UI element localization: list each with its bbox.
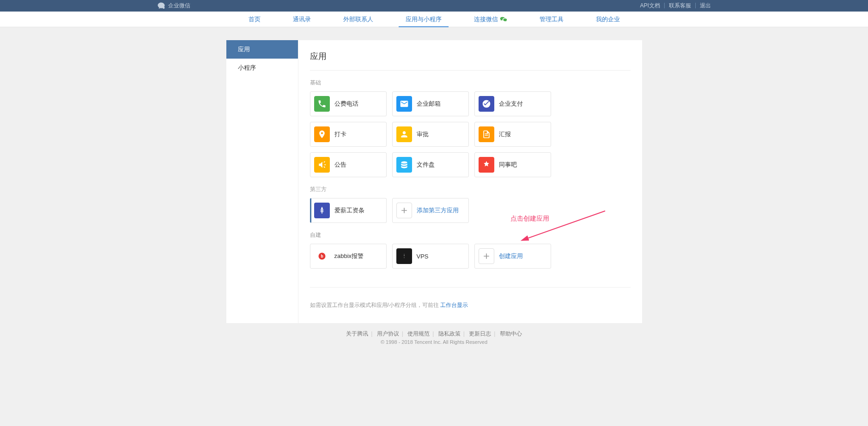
footer-agreement[interactable]: 用户协议 (377, 330, 399, 337)
checkin-icon (314, 126, 330, 142)
app-card-report[interactable]: 汇报 (474, 122, 551, 147)
brand-logo-icon (157, 2, 165, 10)
app-name: 打卡 (334, 130, 346, 138)
main-content: 应用 基础 公费电话 企业邮箱 企业支付 打卡 (298, 40, 642, 323)
nav-apps[interactable]: 应用与小程序 (389, 12, 458, 27)
footer-privacy[interactable]: 隐私政策 (438, 330, 461, 337)
create-app-button[interactable]: 创建应用 (474, 244, 551, 269)
sidebar: 应用 小程序 (226, 40, 298, 323)
app-card-approve[interactable]: 审批 (392, 122, 469, 147)
app-name: 汇报 (499, 130, 511, 138)
report-icon (479, 126, 494, 142)
app-name: 同事吧 (499, 161, 517, 169)
navbar: 首页 通讯录 外部联系人 应用与小程序 连接微信 管理工具 我的企业 (0, 12, 868, 27)
create-label: 创建应用 (499, 252, 523, 260)
sidebar-item-apps[interactable]: 应用 (226, 40, 298, 59)
mail-icon (396, 96, 412, 112)
section-self-label: 自建 (310, 231, 631, 239)
nav-contacts[interactable]: 通讯录 (277, 12, 327, 27)
copyright: © 1998 - 2018 Tencent Inc. All Rights Re… (0, 339, 868, 345)
svg-text:b: b (321, 254, 323, 258)
app-name: 公费电话 (334, 100, 358, 108)
sidebar-item-mini[interactable]: 小程序 (226, 59, 298, 77)
plus-icon (479, 248, 494, 264)
app-card-pay[interactable]: 企业支付 (474, 91, 551, 116)
svg-point-0 (163, 6, 165, 9)
nav-tools[interactable]: 管理工具 (523, 12, 580, 27)
add-label: 添加第三方应用 (417, 206, 459, 215)
app-card-drive[interactable]: 文件盘 (392, 152, 469, 177)
svg-point-5 (404, 258, 405, 258)
api-docs-link[interactable]: API文档 (640, 2, 660, 10)
app-card-zabbix[interactable]: b zabbix报警 (310, 244, 387, 269)
approve-icon (396, 126, 412, 142)
nav-company[interactable]: 我的企业 (580, 12, 636, 27)
svg-point-2 (401, 162, 407, 164)
app-name: 企业邮箱 (417, 100, 441, 108)
app-name: 企业支付 (499, 100, 523, 108)
app-card-mail[interactable]: 企业邮箱 (392, 91, 469, 116)
zabbix-icon: b (314, 248, 330, 264)
brand-text: 企业微信 (168, 2, 190, 10)
nav-connect[interactable]: 连接微信 (458, 12, 523, 27)
footer-about[interactable]: 关于腾讯 (346, 330, 368, 337)
app-card-payroll[interactable]: 爱薪工资条 (310, 198, 387, 223)
drive-icon (396, 157, 412, 173)
app-card-vps[interactable]: VPS (392, 244, 469, 269)
plus-icon (396, 203, 412, 218)
pay-icon (479, 96, 494, 112)
vps-icon (396, 248, 412, 264)
phone-icon (314, 96, 330, 112)
payroll-icon (314, 203, 330, 218)
nav-home[interactable]: 首页 (232, 12, 277, 27)
footer-links: 关于腾讯| 用户协议| 使用规范| 隐私政策| 更新日志| 帮助中心 (0, 330, 868, 338)
topbar: 企业微信 API文档 | 联系客服 | 退出 (0, 0, 868, 12)
footer-changelog[interactable]: 更新日志 (469, 330, 491, 337)
app-name: 公告 (334, 161, 346, 169)
colleague-icon (479, 157, 494, 173)
app-card-phone[interactable]: 公费电话 (310, 91, 387, 116)
nav-external[interactable]: 外部联系人 (327, 12, 389, 27)
contact-link[interactable]: 联系客服 (669, 2, 691, 10)
footer-help[interactable]: 帮助中心 (500, 330, 522, 337)
app-card-colleague[interactable]: 同事吧 (474, 152, 551, 177)
app-name: zabbix报警 (334, 252, 364, 260)
app-name: 爱薪工资条 (334, 206, 364, 215)
app-name: VPS (417, 253, 429, 260)
footer-usage[interactable]: 使用规范 (407, 330, 430, 337)
page-title: 应用 (310, 47, 631, 71)
footer-note: 如需设置工作台显示模式和应用/小程序分组，可前往 工作台显示 (310, 287, 631, 309)
wechat-icon (500, 16, 507, 23)
announce-icon (314, 157, 330, 173)
logout-link[interactable]: 退出 (700, 2, 711, 10)
app-card-checkin[interactable]: 打卡 (310, 122, 387, 147)
section-basic-label: 基础 (310, 79, 631, 87)
app-name: 文件盘 (417, 161, 435, 169)
app-name: 审批 (417, 130, 429, 138)
app-card-announce[interactable]: 公告 (310, 152, 387, 177)
section-third-label: 第三方 (310, 186, 631, 193)
add-third-party-button[interactable]: 添加第三方应用 (392, 198, 469, 223)
workbench-link[interactable]: 工作台显示 (440, 302, 468, 308)
